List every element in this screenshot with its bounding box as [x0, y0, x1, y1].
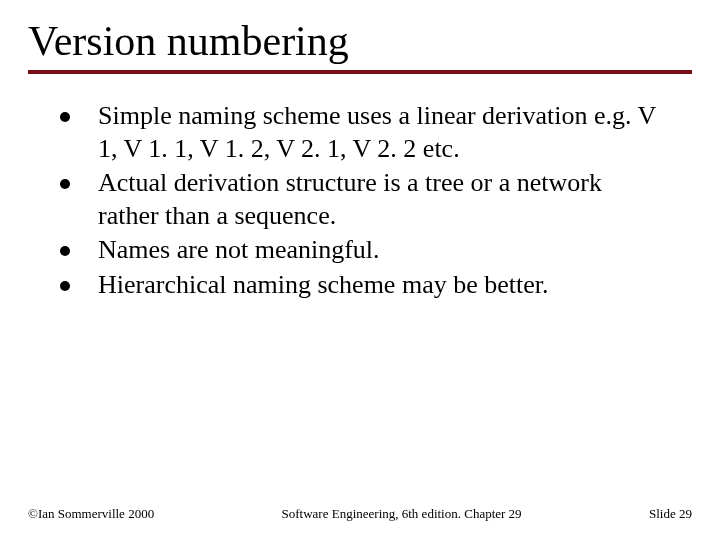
footer-copyright: ©Ian Sommerville 2000: [28, 506, 154, 522]
title-block: Version numbering: [28, 18, 692, 74]
list-item: Names are not meaningful.: [60, 234, 660, 267]
bullet-icon: [60, 246, 70, 256]
title-underline: [28, 70, 692, 74]
bullet-list: Simple naming scheme uses a linear deriv…: [60, 100, 660, 303]
list-item: Actual derivation structure is a tree or…: [60, 167, 660, 232]
list-item: Hierarchical naming scheme may be better…: [60, 269, 660, 302]
slide-title: Version numbering: [28, 18, 692, 64]
list-item: Simple naming scheme uses a linear deriv…: [60, 100, 660, 165]
footer-slide-number: Slide 29: [649, 506, 692, 522]
footer-reference: Software Engineering, 6th edition. Chapt…: [154, 506, 649, 522]
bullet-text: Names are not meaningful.: [98, 234, 660, 267]
bullet-icon: [60, 112, 70, 122]
bullet-icon: [60, 281, 70, 291]
bullet-text: Hierarchical naming scheme may be better…: [98, 269, 660, 302]
footer: ©Ian Sommerville 2000 Software Engineeri…: [28, 506, 692, 522]
bullet-icon: [60, 179, 70, 189]
bullet-text: Simple naming scheme uses a linear deriv…: [98, 100, 660, 165]
bullet-text: Actual derivation structure is a tree or…: [98, 167, 660, 232]
slide: Version numbering Simple naming scheme u…: [0, 0, 720, 540]
